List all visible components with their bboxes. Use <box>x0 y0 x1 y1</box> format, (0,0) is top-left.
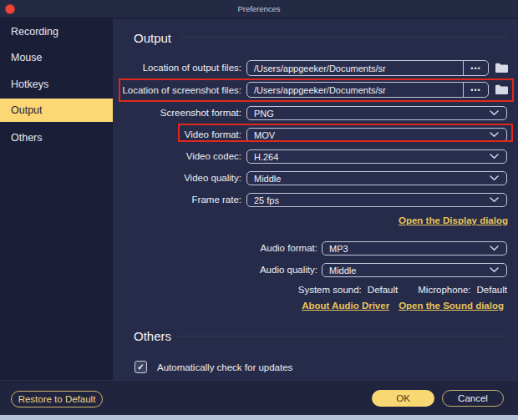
chevron-down-icon <box>490 132 499 138</box>
screenshot-location-folder-button[interactable] <box>492 83 510 97</box>
footer-bar: Restore to Default OK Cancel <box>0 380 518 415</box>
close-button[interactable] <box>5 4 15 14</box>
output-section-heading: Output <box>134 31 171 45</box>
frame-rate-label: Frame rate: <box>192 195 241 205</box>
output-location-folder-button[interactable] <box>492 61 510 75</box>
output-location-label: Location of output files: <box>143 63 241 73</box>
audio-quality-label: Audio quality: <box>260 265 317 275</box>
ellipsis-icon: ••• <box>470 86 480 94</box>
screenshot-location-input[interactable]: /Users/appgeeker/Documents/sr ••• <box>246 82 489 98</box>
folder-icon <box>495 61 508 76</box>
screenshot-format-value: PNG <box>254 109 274 119</box>
restore-default-button[interactable]: Restore to Default <box>11 391 103 407</box>
preferences-window: Preferences Recording Mouse Hotkeys Outp… <box>0 0 518 420</box>
audio-links-row: About Audio Driver Open the Sound dialog <box>302 301 504 311</box>
about-audio-driver-link[interactable]: About Audio Driver <box>302 301 389 311</box>
video-codec-label: Video codec: <box>186 151 241 161</box>
audio-format-select[interactable]: MP3 <box>322 241 507 256</box>
audio-format-value: MP3 <box>329 244 348 254</box>
auto-update-label: Automatically check for updates <box>157 362 292 372</box>
audio-quality-select[interactable]: Middle <box>322 263 507 277</box>
ellipsis-icon: ••• <box>470 64 480 73</box>
ok-button[interactable]: OK <box>372 390 434 407</box>
open-display-dialog-link[interactable]: Open the Display dialog <box>399 215 508 225</box>
video-codec-value: H.264 <box>254 152 278 162</box>
microphone-label: Microphone: <box>418 285 470 295</box>
sidebar-item-mouse[interactable]: Mouse <box>0 46 113 69</box>
video-codec-select[interactable]: H.264 <box>246 149 507 164</box>
titlebar: Preferences <box>0 0 518 18</box>
output-location-browse-button[interactable]: ••• <box>463 61 488 75</box>
screenshot-location-value: /Users/appgeeker/Documents/sr <box>247 85 463 95</box>
video-quality-label: Video quality: <box>184 173 241 183</box>
audio-format-label: Audio format: <box>261 243 317 253</box>
sidebar-item-recording[interactable]: Recording <box>0 20 113 43</box>
video-format-value: MOV <box>254 130 275 140</box>
system-sound-label: System sound: <box>298 285 362 295</box>
sound-status-row: System sound: Default Microphone: Defaul… <box>298 285 507 295</box>
sidebar-item-output[interactable]: Output <box>0 99 113 122</box>
sidebar-item-hotkeys[interactable]: Hotkeys <box>0 73 113 96</box>
chevron-down-icon <box>490 175 499 181</box>
output-heading-rule <box>180 37 507 38</box>
folder-icon <box>495 83 508 98</box>
output-location-input[interactable]: /Users/appgeeker/Documents/sr ••• <box>246 60 489 76</box>
chevron-down-icon <box>490 267 499 273</box>
app-surface: Preferences Recording Mouse Hotkeys Outp… <box>0 0 518 415</box>
chevron-down-icon <box>490 110 499 116</box>
chevron-down-icon <box>490 154 499 159</box>
audio-quality-value: Middle <box>329 266 356 276</box>
desktop-background-strip <box>0 415 518 420</box>
cancel-button[interactable]: Cancel <box>442 390 504 407</box>
screenshot-format-select[interactable]: PNG <box>246 106 507 120</box>
frame-rate-value: 25 fps <box>254 195 279 205</box>
chevron-down-icon <box>490 197 499 203</box>
system-sound-value: Default <box>368 285 398 295</box>
video-quality-value: Middle <box>254 174 281 184</box>
others-heading-rule <box>178 336 507 337</box>
sidebar: Recording Mouse Hotkeys Output Others <box>0 18 113 380</box>
video-quality-select[interactable]: Middle <box>246 171 507 185</box>
window-title: Preferences <box>0 0 518 18</box>
screenshot-format-label: Screenshot format: <box>160 108 241 118</box>
frame-rate-select[interactable]: 25 fps <box>246 193 507 207</box>
chevron-down-icon <box>490 245 499 251</box>
screenshot-location-label: Location of screenshot files: <box>122 85 241 95</box>
microphone-value: Default <box>477 285 507 295</box>
open-sound-dialog-link[interactable]: Open the Sound dialog <box>399 301 504 311</box>
check-icon: ✓ <box>137 362 144 372</box>
others-section-heading: Others <box>134 329 171 343</box>
sidebar-item-others[interactable]: Others <box>0 126 113 149</box>
video-format-select[interactable]: MOV <box>246 128 507 142</box>
auto-update-checkbox[interactable]: ✓ <box>135 361 147 373</box>
screenshot-location-browse-button[interactable]: ••• <box>463 83 488 97</box>
output-location-value: /Users/appgeeker/Documents/sr <box>247 63 463 73</box>
video-format-label: Video format: <box>185 129 241 139</box>
